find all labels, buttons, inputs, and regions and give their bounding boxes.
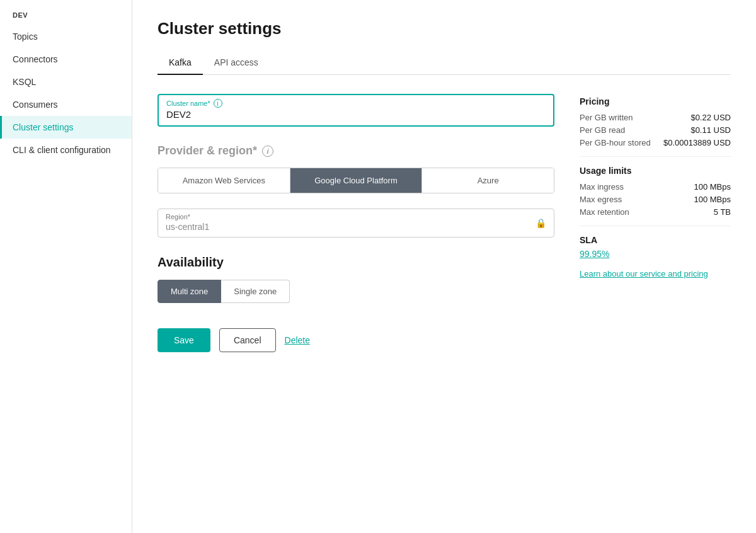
- provider-azure-button[interactable]: Azure: [421, 168, 554, 193]
- provider-buttons: Amazon Web Services Google Cloud Platfor…: [158, 168, 554, 193]
- learn-link[interactable]: Learn about our service and pricing: [580, 269, 708, 278]
- form-section: Cluster name* i Provider & region* i Ama…: [158, 94, 554, 352]
- sidebar-section-label: DEV: [0, 0, 132, 25]
- pricing-value: $0.00013889 USD: [663, 138, 731, 147]
- sidebar-item-connectors[interactable]: Connectors: [0, 48, 132, 71]
- sidebar-item-label: Connectors: [13, 54, 58, 64]
- sidebar-item-ksql[interactable]: KSQL: [0, 71, 132, 93]
- tab-kafka[interactable]: Kafka: [158, 51, 203, 75]
- usage-label: Max ingress: [580, 182, 624, 192]
- cluster-name-field: Cluster name* i: [158, 94, 554, 127]
- sidebar-item-consumers[interactable]: Consumers: [0, 93, 132, 116]
- cluster-name-label: Cluster name* i: [166, 99, 546, 108]
- pricing-label: Per GB written: [580, 113, 633, 122]
- usage-title: Usage limits: [580, 166, 731, 176]
- cancel-button[interactable]: Cancel: [219, 328, 276, 352]
- usage-value: 100 MBps: [694, 195, 731, 204]
- usage-row-egress: Max egress 100 MBps: [580, 195, 731, 204]
- page-title: Cluster settings: [158, 19, 731, 38]
- lock-icon: 🔒: [536, 218, 546, 228]
- pricing-title: Pricing: [580, 96, 731, 106]
- sidebar-item-cluster-settings[interactable]: Cluster settings: [0, 116, 132, 139]
- pricing-row-gb-written: Per GB written $0.22 USD: [580, 113, 731, 122]
- main-content: Cluster settings Kafka API access Cluste…: [132, 0, 756, 533]
- pricing-divider: [580, 156, 731, 157]
- delete-button[interactable]: Delete: [285, 335, 310, 345]
- save-button[interactable]: Save: [158, 328, 210, 352]
- pricing-value: $0.22 USD: [690, 113, 731, 122]
- sidebar-item-label: Consumers: [13, 100, 58, 110]
- action-buttons: Save Cancel Delete: [158, 328, 554, 352]
- sla-title: SLA: [580, 235, 731, 245]
- provider-gcp-button[interactable]: Google Cloud Platform: [290, 168, 422, 193]
- tab-api-access[interactable]: API access: [203, 51, 270, 75]
- pricing-section: Pricing Per GB written $0.22 USD Per GB …: [580, 94, 731, 352]
- sidebar-item-label: Cluster settings: [13, 122, 73, 132]
- sidebar: DEV Topics Connectors KSQL Consumers Clu…: [0, 0, 132, 533]
- sidebar-item-label: Topics: [13, 32, 38, 42]
- usage-row-retention: Max retention 5 TB: [580, 207, 731, 217]
- region-label: Region*: [166, 213, 546, 221]
- provider-region-label: Provider & region* i: [158, 144, 554, 158]
- provider-region-info-icon[interactable]: i: [262, 146, 273, 157]
- sidebar-item-cli-client[interactable]: CLI & client configuration: [0, 139, 132, 161]
- sidebar-item-topics[interactable]: Topics: [0, 25, 132, 48]
- provider-aws-button[interactable]: Amazon Web Services: [158, 168, 290, 193]
- cluster-name-info-icon[interactable]: i: [214, 99, 222, 108]
- sla-link[interactable]: 99.95%: [580, 249, 731, 259]
- pricing-value: $0.11 USD: [690, 125, 731, 135]
- usage-label: Max retention: [580, 207, 629, 217]
- region-field: Region* us-central1 🔒: [158, 209, 554, 238]
- sidebar-item-label: KSQL: [13, 77, 36, 87]
- pricing-row-gb-stored: Per GB-hour stored $0.00013889 USD: [580, 138, 731, 147]
- sidebar-item-label: CLI & client configuration: [13, 145, 111, 155]
- form-pricing-layout: Cluster name* i Provider & region* i Ama…: [158, 94, 731, 352]
- availability-title: Availability: [158, 255, 554, 270]
- usage-row-ingress: Max ingress 100 MBps: [580, 182, 731, 192]
- single-zone-button[interactable]: Single zone: [221, 280, 290, 303]
- usage-label: Max egress: [580, 195, 622, 204]
- usage-value: 5 TB: [714, 207, 731, 217]
- cluster-name-input[interactable]: [166, 109, 546, 120]
- region-value: us-central1: [166, 222, 546, 232]
- pricing-row-gb-read: Per GB read $0.11 USD: [580, 125, 731, 135]
- usage-value: 100 MBps: [694, 182, 731, 192]
- multi-zone-button[interactable]: Multi zone: [158, 280, 221, 303]
- pricing-label: Per GB read: [580, 125, 625, 135]
- zone-buttons: Multi zone Single zone: [158, 280, 554, 303]
- sla-divider: [580, 226, 731, 226]
- pricing-label: Per GB-hour stored: [580, 138, 651, 147]
- tabs: Kafka API access: [158, 51, 731, 75]
